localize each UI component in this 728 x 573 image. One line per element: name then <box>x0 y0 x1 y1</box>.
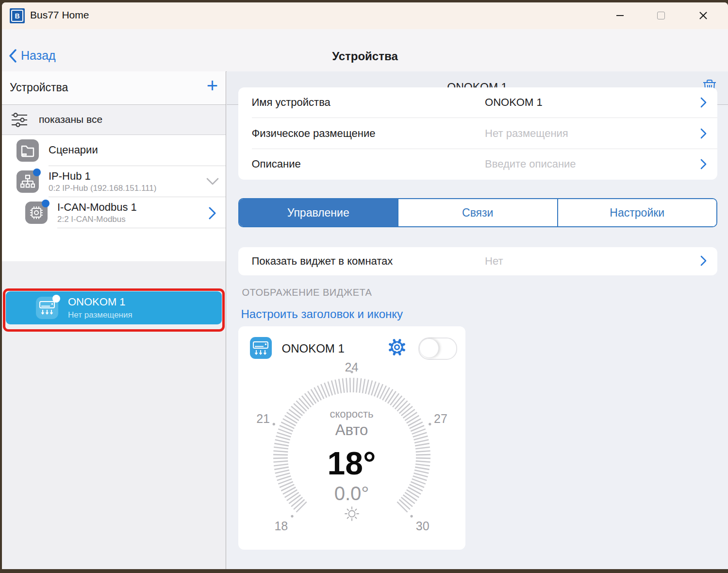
page-title: Устройства <box>2 50 728 63</box>
dial-mode-value: Авто <box>238 421 465 439</box>
window-title: Bus77 Home <box>30 9 89 21</box>
dial-mode-caption: скорость <box>238 408 465 421</box>
annotation-highlight-box <box>3 288 225 332</box>
list-item-subtitle: 2:2 I-CAN-Modbus <box>57 215 126 224</box>
chip-icon <box>25 202 48 224</box>
device-list: Сценарии <box>2 135 226 261</box>
field-placeholder: Введите описание <box>485 158 576 170</box>
list-item-label: I-CAN-Modbus 1 <box>57 201 137 214</box>
field-label: Имя устройства <box>252 96 331 109</box>
sun-brightness-icon <box>238 505 465 522</box>
dial-temperature-value: 18° <box>238 445 465 482</box>
status-badge <box>33 169 41 176</box>
app-window: B Bus77 Home Назад Устройства Устройства… <box>2 2 728 569</box>
tab-bar: Управление Связи Настройки <box>238 198 718 227</box>
divider <box>57 228 226 228</box>
dial-top-label: 24 <box>238 360 465 374</box>
tab-settings[interactable]: Настройки <box>557 199 717 226</box>
add-device-button[interactable]: + <box>207 75 218 97</box>
maximize-icon <box>657 12 665 19</box>
nav-bar: Назад Устройства <box>2 29 728 72</box>
close-button[interactable] <box>692 6 714 25</box>
section-header: ОТОБРАЖЕНИЕ ВИДЖЕТА <box>242 287 372 298</box>
chevron-right-icon <box>700 159 707 169</box>
widget-power-toggle[interactable] <box>418 337 457 360</box>
device-properties-card: Имя устройства ONOKOM 1 Физическое разме… <box>238 87 718 180</box>
device-sidebar: Устройства + показаны все <box>2 71 226 569</box>
chevron-right-icon <box>700 128 707 139</box>
tab-control[interactable]: Управление <box>239 199 398 226</box>
title-bar: B Bus77 Home <box>2 2 728 29</box>
filter-row[interactable]: показаны все <box>2 105 226 135</box>
chevron-right-icon <box>700 255 707 266</box>
folder-icon <box>17 139 39 162</box>
field-physical-location[interactable]: Физическое размещение Нет размещения <box>238 118 718 149</box>
list-item-ip-hub[interactable]: IP-Hub 1 0:2 IP-Hub (192.168.151.111) <box>2 166 226 197</box>
chevron-down-icon[interactable] <box>206 178 219 185</box>
chevron-right-icon <box>700 97 707 108</box>
row-label: Показать виджет в комнатах <box>252 255 393 268</box>
app-logo-icon: B <box>10 8 25 23</box>
minimize-button[interactable] <box>609 6 631 25</box>
tab-links[interactable]: Связи <box>397 199 557 226</box>
list-item-label: Сценарии <box>49 144 98 156</box>
widget-settings-button[interactable] <box>388 338 406 358</box>
list-item-ican-modbus[interactable]: I-CAN-Modbus 1 2:2 I-CAN-Modbus <box>2 197 226 228</box>
configure-title-icon-link[interactable]: Настроить заголовок и иконку <box>241 307 403 321</box>
gear-icon <box>388 338 406 356</box>
dial-secondary-value: 0.0° <box>238 483 465 505</box>
maximize-button[interactable] <box>650 6 672 25</box>
widget-title: ONOKOM 1 <box>282 342 345 355</box>
filter-sliders-icon <box>11 112 28 128</box>
field-placeholder: Нет размещения <box>485 127 568 140</box>
list-item-scenarios[interactable]: Сценарии <box>2 135 226 166</box>
chevron-right-icon[interactable] <box>209 207 216 219</box>
filter-label: показаны все <box>39 114 102 125</box>
field-device-name[interactable]: Имя устройства ONOKOM 1 <box>238 87 718 118</box>
close-icon <box>699 11 708 20</box>
hub-icon <box>17 170 39 193</box>
show-widget-in-rooms-row[interactable]: Показать виджет в комнатах Нет <box>238 247 718 275</box>
list-item-label: IP-Hub 1 <box>49 170 91 183</box>
minimize-icon <box>616 15 624 16</box>
device-detail-panel: ONOKOM 1 Имя устройства ONOKOM 1 <box>227 71 728 569</box>
ac-unit-icon <box>250 337 272 359</box>
widget-preview-card: ONOKOM 1 24 21271830 скорость Авто 18° 0… <box>238 326 465 550</box>
field-value: ONOKOM 1 <box>485 96 543 109</box>
list-item-subtitle: 0:2 IP-Hub (192.168.151.111) <box>49 184 156 193</box>
toggle-knob <box>419 338 439 358</box>
status-badge <box>42 200 50 207</box>
sidebar-header: Устройства + <box>2 71 226 105</box>
field-label: Физическое размещение <box>252 127 376 140</box>
sidebar-title: Устройства <box>10 81 68 94</box>
field-description[interactable]: Описание Введите описание <box>238 149 718 180</box>
row-value: Нет <box>485 255 503 268</box>
field-label: Описание <box>252 158 301 170</box>
